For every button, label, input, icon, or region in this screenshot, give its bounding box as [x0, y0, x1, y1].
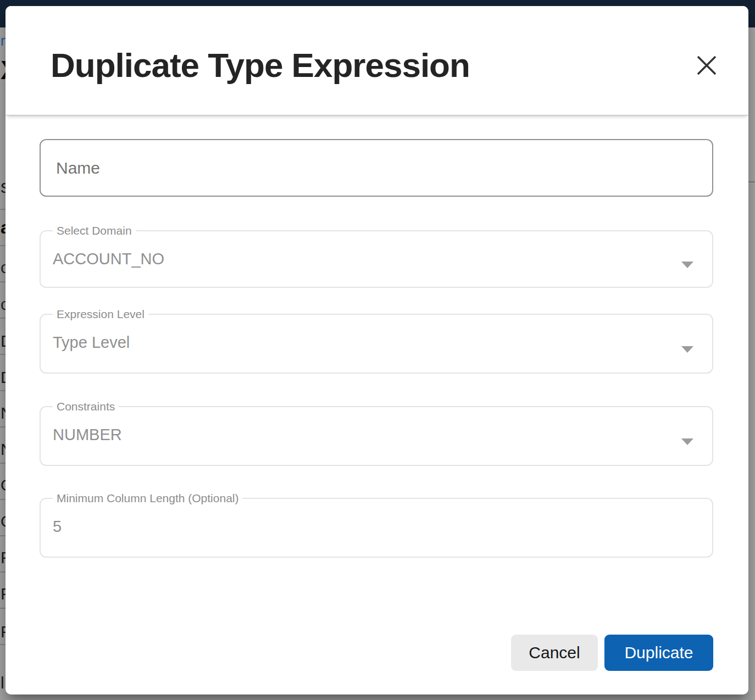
duplicate-type-expression-dialog: Duplicate Type Expression Select Domain … [5, 6, 748, 695]
select-domain-dropdown[interactable]: Select Domain ACCOUNT_NO [40, 224, 713, 288]
expression-level-label: Expression Level [53, 308, 148, 321]
constraints-value: NUMBER [53, 426, 712, 444]
caret-down-icon [681, 346, 693, 353]
minimum-column-length-field[interactable]: Minimum Column Length (Optional) 5 [40, 492, 713, 558]
constraints-label: Constraints [53, 400, 119, 413]
constraints-dropdown[interactable]: Constraints NUMBER [40, 400, 713, 466]
expression-level-value: Type Level [53, 334, 712, 352]
duplicate-button[interactable]: Duplicate [604, 635, 713, 671]
select-domain-value: ACCOUNT_NO [53, 250, 712, 268]
expression-level-dropdown[interactable]: Expression Level Type Level [40, 308, 713, 374]
dialog-body: Select Domain ACCOUNT_NO Expression Leve… [5, 6, 748, 695]
name-input[interactable] [40, 139, 713, 197]
screen: ng X s a c c D D N N O O P P P l Duplica [0, 0, 755, 700]
minimum-column-length-label: Minimum Column Length (Optional) [53, 492, 242, 505]
select-domain-label: Select Domain [53, 224, 136, 237]
caret-down-icon [681, 438, 693, 445]
cancel-button[interactable]: Cancel [511, 635, 598, 671]
caret-down-icon [681, 262, 693, 268]
minimum-column-length-value: 5 [53, 518, 712, 536]
